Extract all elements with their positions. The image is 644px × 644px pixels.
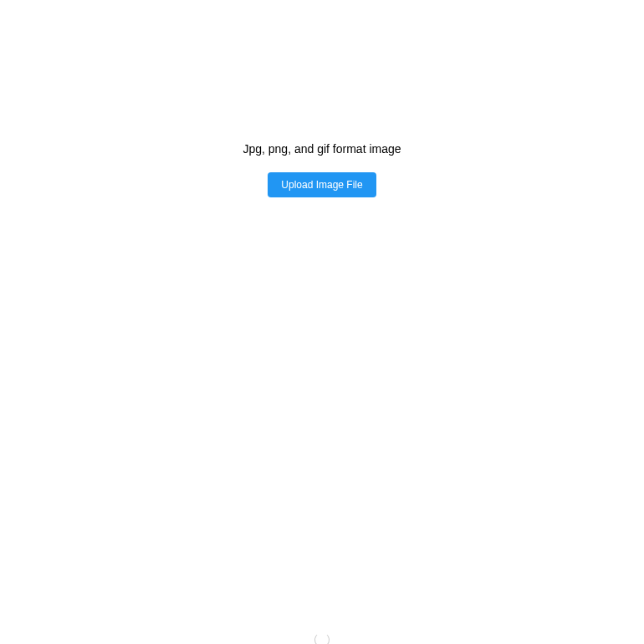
loading-spinner-container [314, 632, 330, 644]
loading-spinner-icon [314, 632, 330, 644]
upload-image-button[interactable]: Upload Image File [268, 172, 376, 197]
upload-container: Jpg, png, and gif format image Upload Im… [0, 142, 644, 197]
format-info-label: Jpg, png, and gif format image [243, 142, 401, 156]
